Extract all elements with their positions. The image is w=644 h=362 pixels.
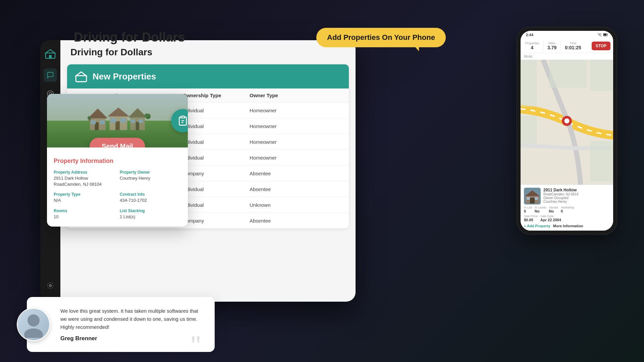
testimonial-box: We love this great system. It has taken …: [27, 297, 215, 352]
sidebar-item-inbox[interactable]: [44, 68, 57, 82]
property-image: Send Mail: [47, 94, 188, 147]
svg-rect-28: [181, 116, 185, 118]
testimonial-name: Greg Brenner: [60, 335, 205, 342]
svg-rect-1: [49, 55, 52, 58]
svg-rect-36: [521, 116, 537, 144]
prop-contract-item: Contract Info 434-710-1702: [120, 192, 181, 203]
svg-point-5: [49, 285, 51, 287]
table-title: New Properties: [93, 71, 156, 82]
prop-owner-item: Property Owner Courtney Henry: [120, 170, 181, 187]
col-owner-type: Owner Type: [250, 93, 317, 98]
svg-point-8: [24, 328, 43, 338]
prop-rooms-item: Rooms 10: [54, 208, 115, 220]
prop-stacking-item: List Stacking 1 List(s): [120, 208, 181, 220]
col-ownership: Ownership Type: [182, 93, 250, 98]
sale-price: Sale Price $0.00: [524, 215, 538, 222]
sidebar-logo: [44, 47, 57, 60]
phone-frame: 2:44 Properties 4 Miles 3.79: [517, 27, 617, 235]
phone-card-buttons: + Add Property More Information: [524, 224, 610, 228]
prop-rooms-value: 10: [54, 214, 115, 220]
prop-rooms-label: Rooms: [54, 208, 115, 213]
phone-card-subtitle: RoadCamden, NJ 0814: [543, 192, 579, 196]
phone-add-property-button[interactable]: + Add Property: [524, 224, 550, 228]
tooltip-bubble[interactable]: Add Properties On Your Phone: [316, 28, 446, 47]
phone-owner-occupied: Owner Occupied: [543, 196, 579, 200]
prop-type-value: N/A: [54, 197, 115, 203]
svg-point-39: [565, 118, 570, 123]
tooltip-text: Add Properties On Your Phone: [327, 33, 435, 42]
stat-properties: Properties 4: [523, 41, 541, 51]
svg-rect-30: [603, 34, 606, 36]
svg-rect-37: [590, 141, 613, 181]
phone-status-bar: 2:44: [521, 31, 613, 39]
sidebar-bottom: [44, 279, 57, 295]
stat-time: Time 0:01:25: [563, 41, 583, 51]
phone-property-card: 2911 Dark Hollow RoadCamden, NJ 0814 Own…: [521, 185, 613, 231]
prop-address-item: Property Address 2911 Dark Hollow RoadCa…: [54, 170, 115, 187]
avatar-image: [18, 309, 49, 340]
phone-card-text: 2911 Dark Hollow RoadCamden, NJ 0814 Own…: [543, 188, 579, 204]
svg-rect-49: [530, 198, 535, 203]
svg-point-7: [28, 314, 40, 326]
phone-mockup: 2:44 Properties 4 Miles 3.79: [517, 27, 617, 235]
phone-card-stats: In List 0 In Leads No Vacant No Market: [524, 206, 610, 213]
stat-in-leads: In Leads No: [535, 206, 546, 213]
stat-vacant: Vacant No: [549, 206, 558, 213]
prop-stacking-label: List Stacking: [120, 208, 181, 213]
prop-contract-label: Contract Info: [120, 192, 181, 197]
phone-price-row: Sale Price $0.00 Sale Date Apr 22 2004: [524, 215, 610, 222]
prop-stacking-value: 1 List(s): [120, 214, 181, 220]
property-card-body: Property Information Property Address 29…: [47, 147, 188, 227]
sale-date: Sale Date Apr 22 2004: [540, 215, 561, 222]
prop-address-value: 2911 Dark Hollow RoadCamden, NJ 08104: [54, 175, 115, 187]
table-header: New Properties: [67, 64, 349, 88]
stat-miles: Miles 3.79: [545, 41, 558, 51]
prop-address-label: Property Address: [54, 170, 115, 175]
mode-label: Mode: [521, 53, 613, 60]
send-mail-button[interactable]: Send Mail: [90, 138, 145, 147]
svg-rect-34: [549, 60, 587, 88]
property-card-title: Property Information: [54, 158, 181, 165]
property-info-card: Send Mail Property Information Property …: [47, 94, 188, 227]
svg-rect-51: [535, 197, 538, 200]
phone-owner-name: Courtney Henry: [543, 200, 579, 203]
phone-card-main: 2911 Dark Hollow RoadCamden, NJ 0814 Own…: [524, 188, 610, 204]
phone-card-title: 2911 Dark Hollow: [543, 188, 579, 192]
prop-owner-value: Courtney Henry: [120, 175, 181, 181]
phone-screen: 2:44 Properties 4 Miles 3.79: [521, 31, 613, 231]
phone-property-thumb: [524, 188, 541, 204]
page-title: Driving for Dollars: [74, 30, 185, 45]
testimonial-text: We love this great system. It has taken …: [60, 307, 205, 331]
stop-button[interactable]: STOP: [592, 42, 610, 50]
svg-rect-31: [607, 34, 608, 36]
phone-status-icons: [598, 33, 608, 37]
svg-rect-35: [590, 60, 613, 91]
prop-owner-label: Property Owner: [120, 170, 181, 175]
property-info-grid: Property Address 2911 Dark Hollow RoadCa…: [54, 170, 181, 220]
avatar: [17, 308, 50, 341]
stat-marketing: Marketing 0: [561, 206, 574, 213]
prop-contract-value: 434-710-1702: [120, 197, 181, 203]
phone-map: ⊕ ↺ ⊙: [521, 60, 613, 185]
quote-decoration: ": [190, 332, 201, 359]
stat-in-list: In List 0: [524, 206, 532, 213]
phone-more-info-button[interactable]: More Information: [553, 224, 583, 228]
svg-rect-50: [527, 197, 530, 200]
svg-rect-33: [521, 60, 537, 107]
phone-stats-bar: Properties 4 Miles 3.79 Time 0:01:25 STO…: [521, 39, 613, 53]
scene: Add Properties On Your Phone Driving for…: [0, 0, 644, 362]
svg-rect-6: [76, 76, 87, 82]
phone-time: 2:44: [526, 33, 533, 37]
prop-type-item: Property Type N/A: [54, 192, 115, 203]
prop-type-label: Property Type: [54, 192, 115, 197]
sidebar-item-settings[interactable]: [44, 279, 57, 292]
